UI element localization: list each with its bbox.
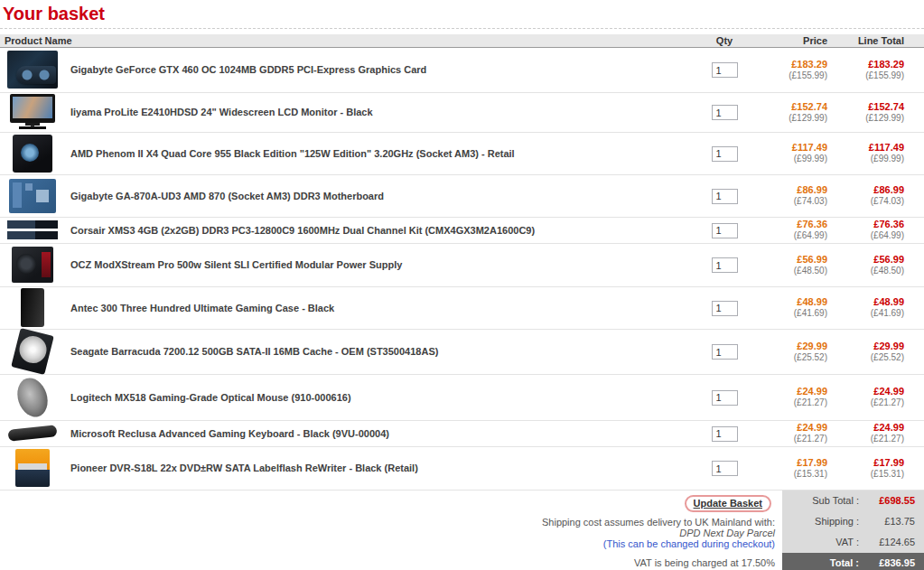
price-inc-vat: £117.49: [761, 142, 827, 154]
total-value: £836.95: [870, 557, 915, 568]
table-row: OCZ ModXStream Pro 500w Silent SLI Certi…: [0, 243, 924, 286]
psu-thumbnail[interactable]: [12, 247, 53, 283]
line-total-ex-vat: (£155.99): [836, 70, 904, 81]
line-total-inc-vat: £56.99: [836, 254, 904, 266]
qty-input[interactable]: [712, 257, 738, 273]
qty-input[interactable]: [712, 461, 738, 476]
total-label: Total :: [782, 557, 859, 568]
qty-input[interactable]: [712, 426, 738, 442]
shipping-row: Shipping : £13.75: [782, 511, 924, 532]
line-total-ex-vat: (£41.69): [836, 308, 904, 319]
line-total-inc-vat: £24.99: [836, 386, 904, 397]
price-inc-vat: £183.29: [761, 59, 827, 70]
line-total-inc-vat: £17.99: [836, 457, 904, 469]
monitor-thumbnail[interactable]: [10, 94, 55, 130]
product-name[interactable]: Gigabyte GA-870A-UD3 AMD 870 (Socket AM3…: [70, 191, 384, 201]
page-title: Your basket: [3, 4, 924, 24]
price-ex-vat: (£48.50): [761, 266, 827, 276]
qty-input[interactable]: [712, 146, 738, 162]
product-name[interactable]: Gigabyte GeForce GTX 460 OC 1024MB GDDR5…: [70, 64, 426, 75]
column-header-price: Price: [761, 34, 836, 47]
shipping-method: DPD Next Day Parcel: [0, 528, 775, 538]
column-header-line-total: Line Total: [836, 34, 924, 47]
line-total-ex-vat: (£25.52): [836, 352, 904, 363]
table-row: Iiyama ProLite E2410HDSD 24" Widescreen …: [0, 92, 924, 132]
sub-total-row: Sub Total : £698.55: [782, 491, 924, 511]
sub-total-label: Sub Total :: [782, 495, 859, 506]
column-header-product-name: Product Name: [0, 34, 688, 47]
shipping-change-link[interactable]: (This can be changed during checkout): [0, 538, 775, 549]
table-row: AMD Phenom II X4 Quad Core 955 Black Edi…: [0, 132, 924, 174]
cpu-thumbnail[interactable]: [13, 135, 52, 173]
footer-notes: Update Basket Shipping cost assumes deli…: [0, 491, 782, 570]
price-ex-vat: (£129.99): [761, 113, 827, 124]
product-name[interactable]: OCZ ModXStream Pro 500w Silent SLI Certi…: [70, 259, 402, 270]
vat-value: £124.65: [870, 537, 915, 547]
line-total-ex-vat: (£21.27): [836, 434, 904, 444]
shipping-note: Shipping cost assumes delivery to UK Mai…: [0, 517, 775, 528]
qty-input[interactable]: [712, 301, 738, 316]
qty-input[interactable]: [712, 105, 738, 120]
table-row: Pioneer DVR-S18L 22x DVD±RW SATA Labelfl…: [0, 446, 924, 490]
dvd-thumbnail[interactable]: [15, 449, 50, 487]
price-inc-vat: £29.99: [761, 341, 827, 352]
line-total-inc-vat: £183.29: [836, 59, 904, 70]
price-inc-vat: £56.99: [761, 254, 827, 266]
vat-row: VAT : £124.65: [782, 532, 924, 553]
table-row: Gigabyte GeForce GTX 460 OC 1024MB GDDR5…: [0, 47, 924, 92]
basket-footer: Update Basket Shipping cost assumes deli…: [0, 491, 924, 570]
vat-note: VAT is being charged at 17.50%: [0, 557, 775, 568]
line-total-inc-vat: £29.99: [836, 341, 904, 352]
price-inc-vat: £24.99: [761, 386, 827, 397]
gpu-thumbnail[interactable]: [7, 51, 58, 89]
product-name[interactable]: AMD Phenom II X4 Quad Core 955 Black Edi…: [70, 148, 515, 159]
basket-page: Your basket Product Name Qty Price Line …: [0, 4, 924, 570]
total-row: Total : £836.95: [782, 553, 924, 570]
shipping-label: Shipping :: [782, 516, 859, 527]
price-inc-vat: £86.99: [761, 184, 827, 196]
table-header-row: Product Name Qty Price Line Total: [0, 34, 924, 47]
case-thumbnail[interactable]: [21, 288, 44, 327]
line-total-inc-vat: £86.99: [836, 184, 904, 196]
price-inc-vat: £17.99: [761, 457, 827, 469]
ram-thumbnail[interactable]: [7, 220, 58, 239]
price-inc-vat: £48.99: [761, 296, 827, 308]
column-header-qty: Qty: [688, 34, 761, 47]
price-ex-vat: (£25.52): [761, 352, 827, 363]
line-total-ex-vat: (£48.50): [836, 266, 904, 276]
price-ex-vat: (£21.27): [761, 434, 827, 444]
mouse-thumbnail[interactable]: [13, 374, 52, 421]
line-total-ex-vat: (£64.99): [836, 230, 904, 241]
product-name[interactable]: Seagate Barracuda 7200.12 500GB SATA-II …: [70, 346, 438, 357]
sub-total-value: £698.55: [870, 495, 915, 506]
product-name[interactable]: Microsoft Reclusa Advanced Gaming Keyboa…: [70, 428, 389, 439]
price-ex-vat: (£41.69): [761, 308, 827, 319]
qty-input[interactable]: [712, 344, 738, 360]
price-inc-vat: £152.74: [761, 101, 827, 113]
price-ex-vat: (£15.31): [761, 469, 827, 480]
product-name[interactable]: Logitech MX518 Gaming-Grade Optical Mous…: [70, 392, 351, 403]
table-row: Microsoft Reclusa Advanced Gaming Keyboa…: [0, 420, 924, 446]
totals-panel: Sub Total : £698.55 Shipping : £13.75 VA…: [782, 491, 924, 570]
product-name[interactable]: Corsair XMS3 4GB (2x2GB) DDR3 PC3-12800C…: [70, 225, 535, 236]
qty-input[interactable]: [712, 390, 738, 406]
price-ex-vat: (£99.99): [761, 154, 827, 164]
basket-table: Product Name Qty Price Line Total Gigaby…: [0, 34, 924, 491]
line-total-inc-vat: £24.99: [836, 422, 904, 434]
product-name[interactable]: Antec 300 Three Hundred Ultimate Gaming …: [70, 303, 334, 313]
line-total-inc-vat: £117.49: [836, 142, 904, 154]
qty-input[interactable]: [712, 189, 738, 204]
price-inc-vat: £76.36: [761, 219, 827, 230]
product-name[interactable]: Iiyama ProLite E2410HDSD 24" Widescreen …: [70, 107, 373, 117]
title-separator: [0, 28, 924, 29]
qty-input[interactable]: [712, 223, 738, 238]
update-basket-button[interactable]: Update Basket: [685, 495, 771, 512]
keyboard-thumbnail[interactable]: [7, 425, 57, 442]
price-ex-vat: (£21.27): [761, 397, 827, 408]
product-name[interactable]: Pioneer DVR-S18L 22x DVD±RW SATA Labelfl…: [70, 463, 418, 473]
qty-input[interactable]: [712, 62, 738, 78]
hdd-thumbnail[interactable]: [11, 328, 54, 375]
motherboard-thumbnail[interactable]: [9, 179, 56, 213]
line-total-ex-vat: (£15.31): [836, 469, 904, 480]
line-total-inc-vat: £48.99: [836, 296, 904, 308]
